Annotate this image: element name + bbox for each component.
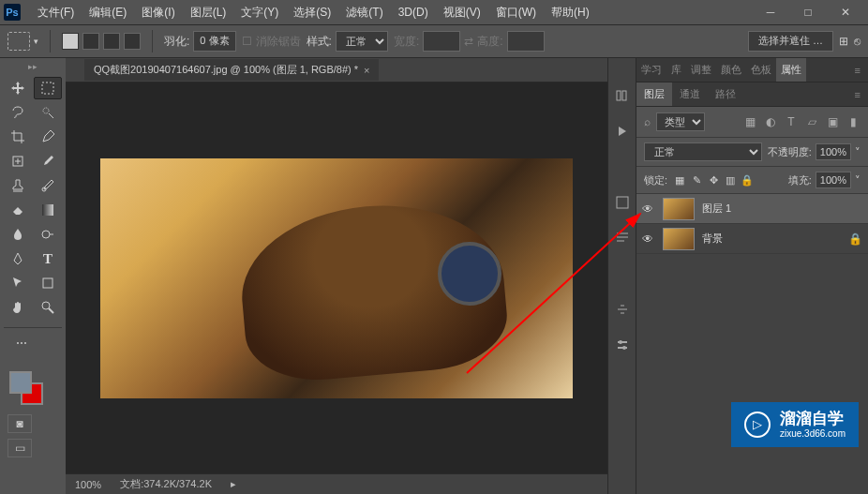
- tab-libraries[interactable]: 库: [666, 58, 686, 82]
- toolbox-collapse[interactable]: ▸▸: [4, 62, 62, 73]
- window-maximize-button[interactable]: □: [789, 0, 827, 24]
- svg-rect-9: [617, 91, 621, 100]
- selection-new-button[interactable]: [62, 33, 79, 50]
- filter-smart-icon[interactable]: ▣: [825, 114, 840, 129]
- path-select-tool[interactable]: [4, 272, 32, 294]
- foreground-color[interactable]: [9, 371, 32, 394]
- menu-select[interactable]: 选择(S): [286, 0, 338, 24]
- window-close-button[interactable]: ✕: [827, 0, 864, 24]
- chevron-down-icon[interactable]: ˅: [855, 146, 861, 158]
- lock-all-icon[interactable]: 🔒: [741, 173, 754, 187]
- history-brush-tool[interactable]: [34, 174, 62, 197]
- shape-tool[interactable]: [34, 272, 62, 294]
- menu-view[interactable]: 视图(V): [436, 0, 488, 24]
- pen-tool[interactable]: [4, 247, 32, 270]
- filter-shape-icon[interactable]: ▱: [804, 114, 819, 129]
- color-swatches[interactable]: [9, 371, 62, 409]
- lock-position-icon[interactable]: ✥: [707, 173, 720, 187]
- selection-add-button[interactable]: [82, 33, 99, 50]
- paragraph-panel-icon[interactable]: [613, 229, 632, 247]
- history-panel-icon[interactable]: [613, 86, 632, 105]
- quickmask-button[interactable]: ◙: [7, 414, 32, 433]
- menu-filter[interactable]: 滤镜(T): [338, 0, 390, 24]
- character-panel-icon[interactable]: [613, 193, 632, 212]
- blur-tool[interactable]: [4, 223, 32, 246]
- lock-artboard-icon[interactable]: ▥: [724, 173, 737, 187]
- doc-info-chevron-icon[interactable]: ▸: [231, 478, 236, 490]
- brushes-panel-icon[interactable]: [613, 300, 632, 319]
- move-tool[interactable]: [4, 77, 32, 99]
- canvas[interactable]: [66, 82, 607, 473]
- type-tool[interactable]: T: [34, 247, 62, 270]
- menu-help[interactable]: 帮助(H): [544, 0, 597, 24]
- zoom-level[interactable]: 100%: [75, 479, 101, 490]
- menu-layer[interactable]: 图层(L): [183, 0, 234, 24]
- tab-layers[interactable]: 图层: [636, 82, 672, 106]
- layer-thumbnail[interactable]: [663, 228, 695, 250]
- window-minimize-button[interactable]: ─: [752, 0, 789, 24]
- lock-image-icon[interactable]: ✎: [690, 173, 703, 187]
- screenmode-button[interactable]: ▭: [7, 439, 32, 457]
- lasso-tool[interactable]: [4, 101, 32, 124]
- dodge-tool[interactable]: [34, 223, 62, 246]
- search-icon[interactable]: ⌕: [644, 115, 651, 128]
- edit-toolbar-button[interactable]: ⋯: [7, 332, 36, 354]
- document-tab[interactable]: QQ截图20190407164607.jpg @ 100% (图层 1, RGB…: [84, 59, 379, 81]
- tool-preset-icon[interactable]: ▾: [7, 32, 38, 51]
- filter-adjust-icon[interactable]: ◐: [763, 114, 778, 129]
- stamp-tool[interactable]: [4, 174, 32, 197]
- lock-transparent-icon[interactable]: ▦: [673, 173, 686, 187]
- feather-input[interactable]: 0 像素: [193, 31, 235, 52]
- tab-swatches[interactable]: 色板: [746, 58, 776, 82]
- healing-tool[interactable]: [4, 150, 32, 172]
- eraser-tool[interactable]: [4, 199, 32, 221]
- selection-subtract-button[interactable]: [103, 33, 120, 50]
- tab-properties[interactable]: 属性: [776, 58, 806, 82]
- filter-pixel-icon[interactable]: ▦: [742, 114, 757, 129]
- menu-file[interactable]: 文件(F): [30, 0, 82, 24]
- tab-learn[interactable]: 学习: [636, 58, 666, 82]
- layer-name[interactable]: 图层 1: [702, 202, 731, 216]
- filter-type-icon[interactable]: T: [784, 114, 799, 129]
- watermark-title: 溜溜自学: [780, 410, 846, 428]
- gradient-tool[interactable]: [34, 199, 62, 221]
- menu-image[interactable]: 图像(I): [134, 0, 182, 24]
- search-icon[interactable]: ⎋: [854, 35, 861, 48]
- tab-channels[interactable]: 通道: [672, 82, 708, 106]
- style-select[interactable]: 正常: [336, 31, 388, 52]
- eyedropper-tool[interactable]: [34, 126, 62, 148]
- chevron-down-icon[interactable]: ˅: [855, 174, 861, 187]
- actions-panel-icon[interactable]: [613, 122, 632, 141]
- hand-tool[interactable]: [4, 296, 32, 319]
- panel-menu-icon[interactable]: ≡: [847, 58, 868, 82]
- layer-name[interactable]: 背景: [702, 232, 723, 246]
- close-icon[interactable]: ×: [364, 65, 369, 76]
- mask-button[interactable]: 选择并遮住 …: [748, 31, 833, 52]
- visibility-icon[interactable]: 👁: [642, 232, 655, 246]
- tab-adjustments[interactable]: 调整: [686, 58, 716, 82]
- menu-edit[interactable]: 编辑(E): [82, 0, 134, 24]
- blend-mode-select[interactable]: 正常: [644, 142, 762, 161]
- marquee-tool[interactable]: [34, 77, 62, 99]
- layer-filter-select[interactable]: 类型: [656, 112, 705, 131]
- tab-paths[interactable]: 路径: [708, 82, 743, 106]
- workspace-icon[interactable]: ⊞: [839, 35, 848, 48]
- menu-type[interactable]: 文字(Y): [233, 0, 286, 24]
- menu-window[interactable]: 窗口(W): [488, 0, 544, 24]
- zoom-tool[interactable]: [34, 296, 62, 319]
- brush-tool[interactable]: [34, 150, 62, 172]
- tab-color[interactable]: 颜色: [716, 58, 746, 82]
- fill-value[interactable]: 100%: [816, 172, 851, 188]
- filter-toggle-icon[interactable]: ▮: [846, 114, 861, 129]
- layers-panel-menu-icon[interactable]: ≡: [847, 82, 868, 106]
- visibility-icon[interactable]: 👁: [642, 202, 655, 216]
- selection-intersect-button[interactable]: [124, 33, 141, 50]
- swatches-panel-icon[interactable]: [613, 336, 632, 354]
- layer-thumbnail[interactable]: [663, 198, 695, 220]
- layer-row[interactable]: 👁 背景 🔒: [636, 224, 868, 254]
- crop-tool[interactable]: [4, 126, 32, 148]
- layer-row[interactable]: 👁 图层 1: [636, 194, 868, 224]
- menu-3d[interactable]: 3D(D): [391, 0, 436, 24]
- opacity-value[interactable]: 100%: [816, 143, 851, 160]
- quickselect-tool[interactable]: [34, 101, 62, 124]
